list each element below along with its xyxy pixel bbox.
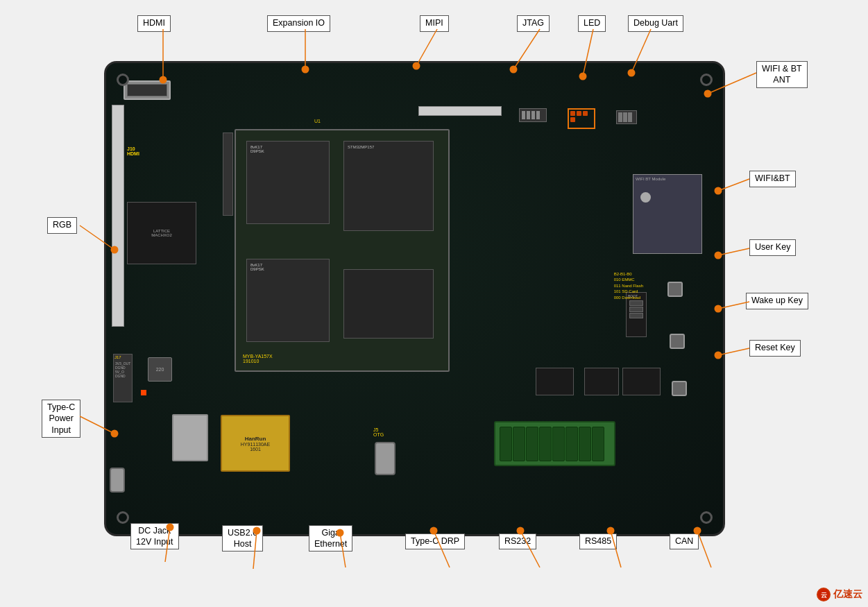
- wifi-bt-ant-label: WIFI & BT ANT: [756, 61, 808, 88]
- expansion-io-label: Expansion IO: [267, 15, 330, 32]
- debug-uart-label: Debug Uart: [628, 15, 683, 32]
- user-key-label: User Key: [749, 239, 796, 256]
- giga-ethernet-label: Giga Ethernet: [309, 525, 352, 552]
- type-c-power-label: Type-C Power Input: [42, 400, 80, 438]
- hdmi-label: HDMI: [137, 15, 171, 32]
- rs485-label: RS485: [579, 533, 617, 550]
- watermark-text: 亿速云: [833, 588, 862, 601]
- svg-text:云: 云: [821, 592, 827, 599]
- mipi-label: MIPI: [420, 15, 449, 32]
- led-label: LED: [578, 15, 606, 32]
- usb-host-label: USB2.0 Host: [222, 525, 263, 552]
- rgb-label: RGB: [47, 217, 77, 234]
- watermark: 云 亿速云: [817, 588, 862, 601]
- can-label: CAN: [670, 533, 699, 550]
- type-c-drp-label: Type-C DRP: [405, 533, 465, 550]
- dc-jack-label: DC Jack 12V Input: [130, 523, 179, 550]
- wake-up-key-label: Wake up Key: [746, 293, 808, 309]
- wifi-bt-label: WIFI&BT: [749, 171, 796, 187]
- jtag-label: JTAG: [517, 15, 550, 32]
- board-diagram: J10HDMI LATTICEMACHXO2 8vK17D9PSK STM32M…: [42, 14, 826, 590]
- watermark-icon: 云: [817, 588, 831, 601]
- reset-key-label: Reset Key: [749, 340, 801, 357]
- rs232-label: RS232: [499, 533, 536, 550]
